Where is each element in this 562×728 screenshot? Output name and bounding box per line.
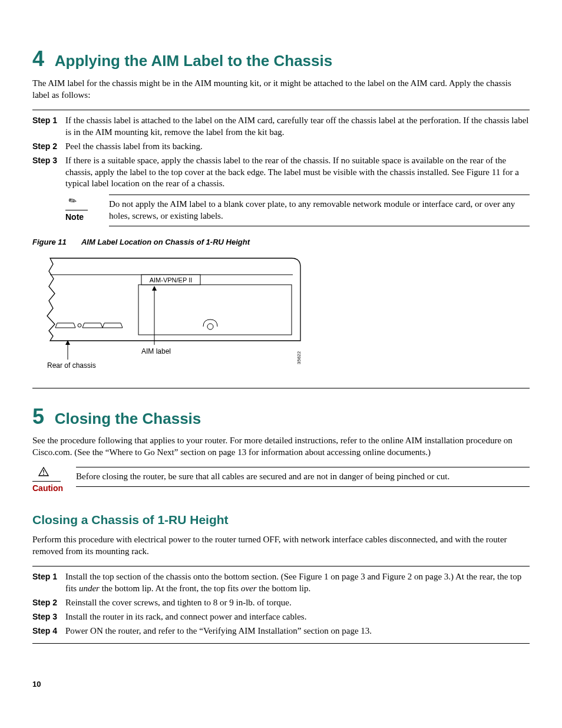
note-text: Do not apply the AIM label to a blank co… [109,199,515,220]
note-block: ✎ Note Do not apply the AIM label to a b… [65,195,530,226]
step-italic: under [79,584,100,593]
step-row: Step 1 Install the top section of the ch… [32,571,530,595]
step-text-fragment: the bottom lip. [257,584,311,593]
step-row: Step 4 Power ON the router, and refer to… [32,625,530,637]
subsection-intro: Perform this procedure with electrical p… [32,534,530,558]
step-row: Step 1 If the chassis label is attached … [32,115,530,139]
step-text: Install the router in its rack, and conn… [65,611,530,623]
page-number: 10 [32,679,530,689]
section-title: Applying the AIM Label to the Chassis [55,52,332,70]
step-label: Step 2 [32,597,65,608]
caution-text: Before closing the router, be sure that … [76,472,449,481]
warning-icon [38,467,76,479]
step-label: Step 3 [32,611,65,622]
section-number: 5 [32,404,44,429]
caution-block: Caution Before closing the router, be su… [32,467,530,494]
divider [32,388,530,388]
step-text: Install the top section of the chassis o… [65,571,530,595]
step-label: Step 4 [32,625,65,637]
figure-number: Figure 11 [32,238,67,246]
divider [32,566,530,566]
step-label: Step 3 [32,155,65,166]
step-text: Peel the chassis label from its backing. [65,141,530,153]
step-row: Step 3 Install the router in its rack, a… [32,611,530,623]
step-label: Step 1 [32,115,65,126]
intro-paragraph: See the procedure following that applies… [32,435,530,459]
section-heading: 4 Applying the AIM Label to the Chassis [32,45,530,73]
section-heading: 5 Closing the Chassis [32,403,530,431]
section-number: 4 [32,47,44,71]
aim-label-callout: AIM label [141,347,171,355]
step-row: Step 2 Peel the chassis label from its b… [32,141,530,153]
intro-paragraph: The AIM label for the chassis might be i… [32,78,530,101]
drawing-number: 35622 [296,351,302,364]
step-row: Step 2 Reinstall the cover screws, and t… [32,597,530,609]
step-text-content: If there is a suitable space, apply the … [65,156,519,189]
figure-diagram: AIM-VPN/EP II AIM label Rear of chassis … [38,252,303,382]
figure-title: AIM Label Location on Chassis of 1-RU He… [81,238,250,246]
step-text: If there is a suitable space, apply the … [65,155,530,190]
pencil-icon: ✎ [66,194,80,209]
step-text: Reinstall the cover screws, and tighten … [65,597,530,609]
step-label: Step 2 [32,141,65,152]
step-text: If the chassis label is attached to the … [65,115,530,139]
divider [32,110,530,110]
step-italic: over [241,584,257,593]
step-text-fragment: the bottom lip. At the front, the top fi… [100,584,241,593]
step-row: Step 3 If there is a suitable space, app… [32,155,530,190]
svg-point-3 [78,324,81,327]
svg-marker-6 [152,286,157,291]
figure-caption: Figure 11 AIM Label Location on Chassis … [32,237,530,247]
svg-point-4 [207,324,213,330]
step-text: Power ON the router, and refer to the “V… [65,625,530,637]
figure-label-box: AIM-VPN/EP II [150,276,193,284]
divider [32,643,530,644]
subsection-heading: Closing a Chassis of 1-RU Height [32,512,530,528]
svg-point-10 [43,474,44,475]
caution-label: Caution [32,483,63,493]
section-title: Closing the Chassis [55,410,201,427]
svg-rect-1 [138,285,292,335]
note-label: Note [65,212,84,222]
step-label: Step 1 [32,571,65,582]
rear-label-callout: Rear of chassis [47,361,96,370]
